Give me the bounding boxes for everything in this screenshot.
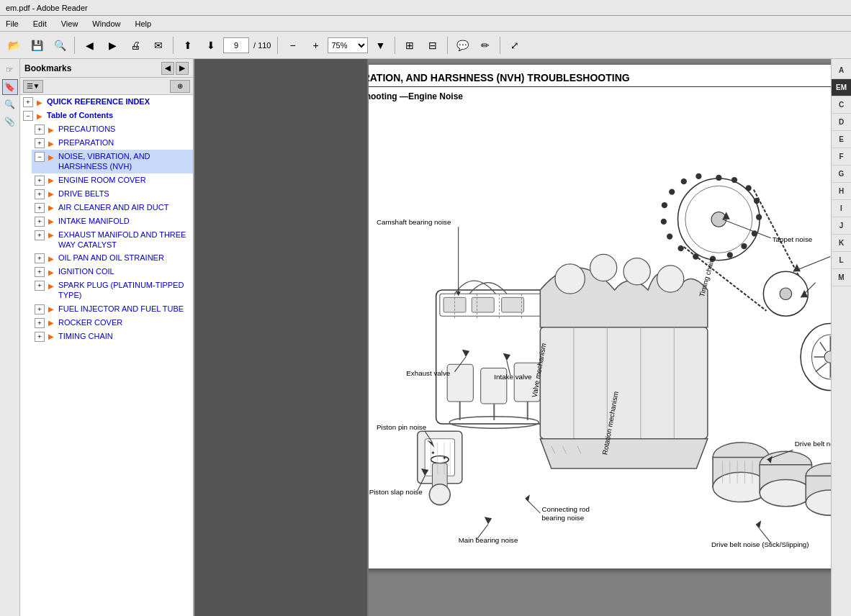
highlight-button[interactable]: ✏	[474, 35, 496, 55]
bm-expand-air-cleaner[interactable]: +	[35, 203, 45, 213]
bm-label-rocker: ROCKER COVER	[58, 317, 122, 327]
bm-timing-chain[interactable]: + ▶ TIMING CHAIN	[32, 330, 193, 343]
prev-page-button[interactable]: ⬆	[177, 35, 199, 55]
bm-oil-pan[interactable]: + ▶ OIL PAN AND OIL STRAINER	[32, 251, 193, 265]
page-header: NOISE, VIBRATION, AND HARSHNESS (NVH) TR…	[369, 72, 831, 87]
tab-e[interactable]: E	[832, 131, 851, 148]
bm-expand-toc[interactable]: −	[23, 111, 33, 121]
tab-g[interactable]: G	[832, 166, 851, 183]
bm-label-preparation: PREPARATION	[58, 137, 114, 148]
open-button[interactable]: 📂	[3, 35, 24, 55]
tab-l[interactable]: L	[832, 252, 851, 269]
bm-icon-preparation: ▶	[46, 138, 56, 148]
save-button[interactable]: 💾	[26, 35, 48, 55]
tab-em[interactable]: EM	[832, 79, 852, 96]
bm-engine-room-cover[interactable]: + ▶ ENGINE ROOM COVER	[32, 173, 193, 187]
tab-c[interactable]: C	[832, 96, 851, 114]
doc-view[interactable]: NOISE, VIBRATION, AND HARSHNESS (NVH) TR…	[369, 59, 831, 616]
zoom-in-button[interactable]: +	[305, 35, 326, 55]
zoom-select[interactable]: 50% 75% 100% 125% 150%	[328, 37, 368, 53]
svg-marker-96	[462, 350, 469, 357]
menu-view[interactable]: View	[58, 18, 81, 30]
fit-width-button[interactable]: ⊟	[422, 35, 443, 55]
bm-expand-timing[interactable]: +	[35, 332, 45, 342]
page-input[interactable]: 9	[223, 37, 249, 53]
tab-k[interactable]: K	[832, 235, 851, 252]
label-drive-belt-stick: Drive belt noise (Stick/Slipping)	[711, 540, 809, 548]
label-piston-slap: Piston slap noise	[369, 488, 423, 496]
label-piston-pin: Piston pin noise	[377, 423, 427, 431]
bm-spark-plug[interactable]: + ▶ SPARK PLUG (PLATINUM-TIPPED TYPE)	[32, 278, 193, 302]
bm-rocker-cover[interactable]: + ▶ ROCKER COVER	[32, 316, 193, 330]
bm-expand-nvh[interactable]: −	[35, 152, 45, 162]
email-button[interactable]: ✉	[148, 35, 169, 55]
tab-f[interactable]: F	[832, 148, 851, 166]
menu-help[interactable]: Help	[132, 18, 154, 30]
bm-label-exhaust: EXHAUST MANIFOLD AND THREE WAY CATALYST	[58, 230, 190, 250]
bm-precautions[interactable]: + ▶ PRECAUTIONS	[32, 122, 193, 136]
tab-h[interactable]: H	[832, 183, 851, 200]
bookmark-nav-left[interactable]: ◀	[161, 62, 174, 75]
bm-air-cleaner[interactable]: + ▶ AIR CLEANER AND AIR DUCT	[32, 201, 193, 214]
toolbar-separator-6	[500, 37, 500, 54]
svg-marker-106	[756, 520, 761, 527]
bm-expand-ignition[interactable]: +	[35, 267, 45, 277]
bm-toc[interactable]: − ▶ Table of Contents	[20, 109, 193, 122]
bm-icon-nvh: ▶	[46, 152, 56, 162]
bm-expand-oil-pan[interactable]: +	[35, 253, 45, 263]
fullscreen-button[interactable]: ⤢	[504, 35, 526, 55]
tab-a[interactable]: A	[832, 62, 851, 79]
bm-quick-ref[interactable]: + ▶ QUICK REFERENCE INDEX	[20, 95, 193, 109]
bm-expand-quick-ref[interactable]: +	[23, 97, 33, 107]
fit-page-button[interactable]: ⊞	[399, 35, 420, 55]
bm-expand-rocker[interactable]: +	[35, 318, 45, 328]
zoom-dropdown-button[interactable]: ▼	[369, 35, 391, 55]
bm-intake-manifold[interactable]: + ▶ INTAKE MANIFOLD	[32, 214, 193, 228]
menu-file[interactable]: File	[3, 18, 22, 30]
bm-fuel-injector[interactable]: + ▶ FUEL INJECTOR AND FUEL TUBE	[32, 302, 193, 316]
page-total: / 110	[253, 41, 271, 50]
attach-tool[interactable]: 📎	[2, 114, 18, 130]
bookmark-expand-button[interactable]: ⊕	[170, 80, 190, 93]
back-button[interactable]: ◀	[78, 35, 100, 55]
bookmark-nav-right[interactable]: ▶	[176, 62, 189, 75]
svg-point-29	[678, 245, 684, 251]
bm-drive-belts[interactable]: + ▶ DRIVE BELTS	[32, 187, 193, 201]
bm-expand-fuel[interactable]: +	[35, 304, 45, 314]
label-tappet: Tappet noise	[773, 235, 813, 243]
next-page-button[interactable]: ⬇	[200, 35, 222, 55]
tab-d[interactable]: D	[832, 114, 851, 131]
bm-expand-preparation[interactable]: +	[35, 138, 45, 148]
tab-i[interactable]: I	[832, 200, 851, 217]
bm-expand-intake[interactable]: +	[35, 217, 45, 227]
print-preview-button[interactable]: 🔍	[49, 35, 71, 55]
bookmarks-title: Bookmarks	[24, 63, 71, 73]
bm-icon-ignition: ▶	[46, 267, 56, 277]
bm-expand-engine-room[interactable]: +	[35, 176, 45, 186]
bm-expand-precautions[interactable]: +	[35, 124, 45, 135]
svg-point-78	[555, 264, 585, 294]
search-tool[interactable]: 🔍	[2, 96, 18, 112]
hand-tool[interactable]: ☞	[2, 62, 18, 78]
bm-exhaust-manifold[interactable]: + ▶ EXHAUST MANIFOLD AND THREE WAY CATAL…	[32, 228, 193, 252]
bm-expand-drive-belts[interactable]: +	[35, 189, 45, 199]
menu-window[interactable]: Window	[89, 18, 123, 30]
bookmark-content[interactable]: + ▶ QUICK REFERENCE INDEX − ▶ Table of C…	[20, 95, 193, 616]
bookmark-options-button[interactable]: ☰▼	[23, 80, 43, 93]
bm-expand-exhaust[interactable]: +	[35, 230, 45, 240]
zoom-out-button[interactable]: −	[282, 35, 303, 55]
page-thumb-panel	[194, 59, 369, 616]
tab-m[interactable]: M	[832, 269, 851, 286]
bookmark-tool[interactable]: 🔖	[2, 79, 18, 95]
bm-expand-spark[interactable]: +	[35, 281, 45, 291]
bm-nvh[interactable]: − ▶ NOISE, VIBRATION, AND HARSHNESS (NVH…	[32, 150, 193, 173]
tab-j[interactable]: J	[832, 217, 851, 235]
note-button[interactable]: 💬	[451, 35, 473, 55]
menu-edit[interactable]: Edit	[30, 18, 50, 30]
bm-ignition-coil[interactable]: + ▶ IGNITION COIL	[32, 265, 193, 278]
bm-preparation[interactable]: + ▶ PREPARATION	[32, 136, 193, 150]
print-button[interactable]: 🖨	[125, 35, 146, 55]
svg-line-50	[820, 342, 826, 350]
label-exhaust-valve: Exhaust valve	[406, 369, 451, 377]
forward-button[interactable]: ▶	[102, 35, 123, 55]
